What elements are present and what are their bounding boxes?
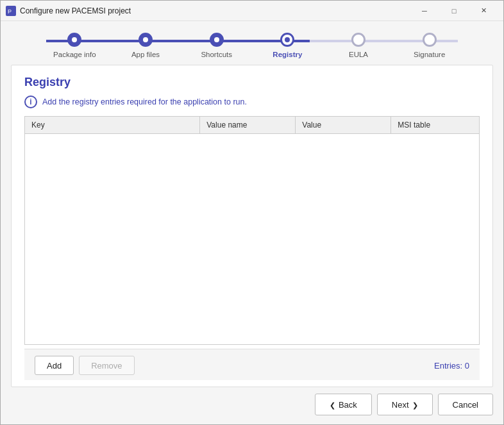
back-chevron-icon <box>330 400 335 410</box>
bottom-bar: Add Remove Entries: 0 <box>24 349 480 380</box>
step-label-signature: Signature <box>414 51 445 58</box>
step-signature[interactable]: Signature <box>394 33 465 58</box>
step-label-package-info: Package info <box>53 51 96 58</box>
step-circle-registry <box>280 33 294 47</box>
entries-count: Entries: 0 <box>434 361 469 371</box>
footer: Back Next Cancel <box>1 387 503 424</box>
step-label-shortcuts: Shortcuts <box>201 51 232 58</box>
col-value: Value <box>296 117 391 133</box>
info-icon: i <box>24 96 37 108</box>
svg-text:P: P <box>8 8 12 15</box>
step-label-eula: EULA <box>349 51 368 58</box>
step-circle-signature <box>423 33 437 47</box>
step-circle-package-info <box>67 33 81 47</box>
step-label-app-files: App files <box>131 51 160 58</box>
step-circle-shortcuts <box>210 33 224 47</box>
next-button[interactable]: Next <box>377 394 433 415</box>
section-title: Registry <box>24 76 480 89</box>
close-button[interactable]: ✕ <box>469 1 498 21</box>
step-registry[interactable]: Registry <box>252 33 323 58</box>
stepper: Package info App files Shortcuts Registr… <box>39 33 465 58</box>
col-value-name: Value name <box>200 117 296 133</box>
step-circle-eula <box>351 33 365 47</box>
step-label-registry: Registry <box>273 51 302 58</box>
cancel-button[interactable]: Cancel <box>438 394 493 415</box>
app-icon: P <box>6 6 16 16</box>
col-msi-table: MSI table <box>391 117 479 133</box>
minimize-button[interactable]: ─ <box>410 1 439 21</box>
step-shortcuts[interactable]: Shortcuts <box>181 33 252 58</box>
main-window: P Configure new PACEMSI project ─ □ ✕ Pa… <box>0 0 504 425</box>
table-body <box>25 134 479 344</box>
table-header: Key Value name Value MSI table <box>25 117 479 134</box>
info-text: Add the registry entries required for th… <box>42 97 247 106</box>
main-panel: Registry i Add the registry entries requ… <box>11 65 493 387</box>
step-package-info[interactable]: Package info <box>39 33 110 58</box>
remove-button[interactable]: Remove <box>79 356 134 375</box>
content-area: Package info App files Shortcuts Registr… <box>1 21 503 424</box>
next-label: Next <box>392 400 409 410</box>
window-title: Configure new PACEMSI project <box>20 6 410 15</box>
registry-table: Key Value name Value MSI table <box>24 116 480 345</box>
info-row: i Add the registry entries required for … <box>24 96 480 108</box>
step-app-files[interactable]: App files <box>110 33 181 58</box>
add-button[interactable]: Add <box>35 356 74 375</box>
stepper-area: Package info App files Shortcuts Registr… <box>1 21 503 65</box>
maximize-button[interactable]: □ <box>439 1 469 21</box>
step-circle-app-files <box>139 33 153 47</box>
window-controls: ─ □ ✕ <box>410 1 498 21</box>
next-chevron-icon <box>412 400 418 410</box>
step-eula[interactable]: EULA <box>323 33 394 58</box>
title-bar: P Configure new PACEMSI project ─ □ ✕ <box>1 1 503 21</box>
back-button[interactable]: Back <box>315 394 372 415</box>
back-label: Back <box>339 400 357 410</box>
col-key: Key <box>25 117 200 133</box>
